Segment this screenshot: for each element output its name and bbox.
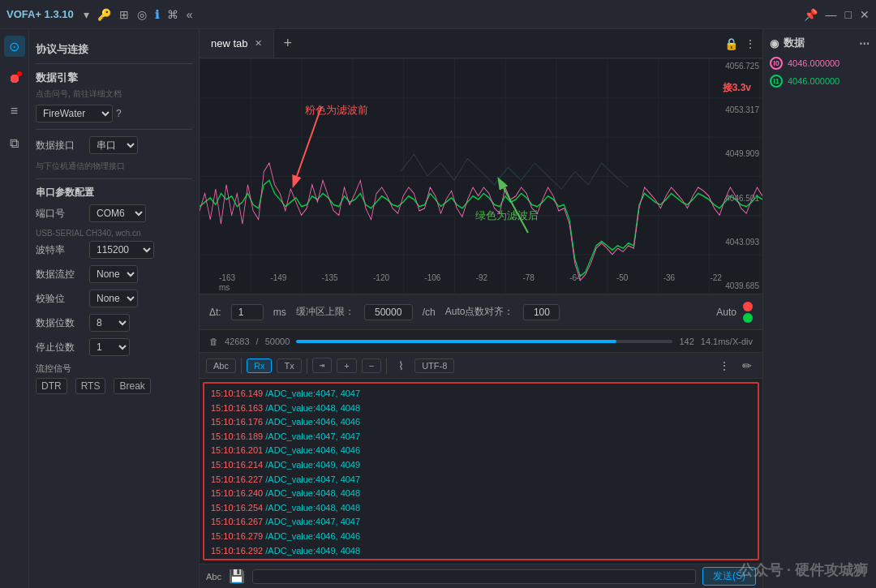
port-row: 端口号 COM6	[36, 204, 192, 222]
more-console-icon[interactable]: ⋮	[715, 359, 733, 372]
data-port-dropdown[interactable]: 串口	[89, 136, 138, 154]
sidebar-icon-list[interactable]: ≡	[4, 101, 25, 122]
console-time: 15:10:16.305	[211, 560, 263, 560]
app-title: VOFA+ 1.3.10	[6, 8, 74, 20]
lock-icon[interactable]: 🔒	[724, 37, 738, 50]
x-label-6: -92	[476, 273, 487, 282]
minimize-icon[interactable]: —	[826, 8, 837, 21]
sidebar-icon-connect[interactable]: ⊙	[4, 36, 25, 57]
console-data: /ADC_value:4048, 4048	[263, 403, 360, 413]
console-data: /ADC_value:4047, 4047	[263, 388, 360, 398]
console-data: /ADC_value:4046, 4046	[263, 445, 360, 455]
controls-bar: Δt: ms 缓冲区上限： /ch Auto点数对齐： Auto	[200, 294, 762, 330]
voltage-annotation: 接3.3v	[723, 81, 751, 95]
minus-button[interactable]: −	[362, 358, 381, 373]
chart-svg	[200, 58, 762, 294]
encoding-button[interactable]: UTF-8	[414, 358, 454, 373]
buffer-label: 缓冲区上限：	[296, 305, 354, 319]
console-line: 15:10:16.227 /ADC_value:4047, 4047	[211, 473, 751, 487]
svg-rect-0	[200, 58, 762, 294]
rts-button[interactable]: RTS	[75, 378, 106, 394]
wave-icon[interactable]: ⌇	[392, 359, 410, 372]
x-label-2: -149	[270, 273, 286, 282]
baud-label: 波特率	[36, 243, 84, 257]
maximize-icon[interactable]: □	[845, 8, 852, 21]
rx-button[interactable]: Rx	[247, 358, 272, 373]
plus-button[interactable]: +	[337, 358, 356, 373]
layout-icon[interactable]: ⊞	[119, 8, 129, 21]
firewater-select-row: FireWater ?	[36, 105, 122, 122]
console-content[interactable]: 15:10:16.149 /ADC_value:4047, 404715:10:…	[203, 382, 759, 560]
progress-fill	[296, 340, 616, 343]
progress-separator: /	[256, 337, 259, 346]
info-icon[interactable]: ℹ	[155, 8, 159, 21]
key-icon[interactable]: 🔑	[97, 8, 111, 21]
i0-label: I0	[773, 59, 779, 67]
help-icon[interactable]: ?	[116, 108, 122, 119]
arrows-icon[interactable]: «	[187, 8, 193, 21]
abc-format-button[interactable]: Abc	[206, 358, 236, 373]
pin-icon[interactable]: 📌	[804, 8, 818, 21]
send-button[interactable]: 发送(S)	[702, 567, 756, 586]
right-panel-more-icon[interactable]: ⋯	[859, 37, 870, 49]
dtr-button[interactable]: DTR	[36, 378, 67, 394]
serial-console: Abc Rx Tx ⇥ + − ⌇ UTF-8 ⋮ ✏ 15:10:16.149…	[200, 353, 762, 588]
progress-pages: 142	[679, 337, 694, 346]
parity-dropdown[interactable]: None	[89, 290, 138, 307]
x-label-9: -50	[616, 273, 628, 282]
title-icons: ▾ 🔑 ⊞ ◎ ℹ ⌘ «	[84, 8, 193, 21]
more-icon[interactable]: ⋮	[745, 37, 756, 50]
close-icon[interactable]: ✕	[860, 8, 870, 21]
sidebar-icon-copy[interactable]: ⧉	[4, 133, 25, 154]
stop-bits-dropdown[interactable]: 1	[89, 338, 130, 356]
toolbar-separator-2	[307, 358, 307, 374]
dropdown-icon[interactable]: ▾	[84, 8, 89, 21]
color-dots	[743, 302, 753, 323]
trash-icon[interactable]: 🗑	[209, 337, 218, 346]
firewater-dropdown[interactable]: FireWater	[36, 105, 113, 122]
console-line: 15:10:16.214 /ADC_value:4049, 4049	[211, 458, 751, 473]
tab-actions: 🔒 ⋮	[724, 37, 762, 50]
data-bits-dropdown[interactable]: 8	[89, 314, 130, 332]
i1-icon[interactable]: I1	[770, 75, 783, 88]
port-dropdown[interactable]: COM6	[89, 204, 146, 222]
pen-icon[interactable]: ✏	[738, 359, 756, 372]
x-label-11: -22	[710, 273, 721, 282]
console-line: 15:10:16.189 /ADC_value:4047, 4047	[211, 430, 751, 444]
tab-label: new tab	[211, 37, 248, 49]
console-line: 15:10:16.163 /ADC_value:4048, 4048	[211, 401, 751, 416]
data-port-row: 数据接口 串口	[36, 136, 192, 154]
channel-i1-row: I1 4046.000000	[770, 75, 870, 88]
channel-i0-row: I0 4046.000000	[770, 57, 870, 70]
console-time: 15:10:16.201	[211, 445, 263, 455]
center-panel: new tab ✕ + 🔒 ⋮	[200, 29, 762, 588]
baud-dropdown[interactable]: 115200	[89, 241, 154, 259]
tab-new-tab[interactable]: new tab ✕	[200, 29, 274, 58]
window-controls: 📌 — □ ✕	[804, 8, 870, 21]
progress-bar: 🗑 42683 / 50000 142 14.1ms/X-div	[200, 330, 762, 353]
auto-button[interactable]: Auto	[716, 307, 736, 318]
y-label-3: 4049.909	[725, 149, 759, 158]
console-input-bar: Abc 💾 发送(S)	[200, 564, 762, 588]
buffer-input[interactable]	[364, 304, 413, 320]
stop-bits-label: 停止位数	[36, 341, 84, 354]
y-label-1: 4056.725	[725, 62, 759, 71]
fingerprint-icon[interactable]: ⌘	[167, 8, 178, 21]
auto-points-input[interactable]	[523, 304, 560, 320]
com-info: USB-SERIAL CH340, wch.cn	[36, 229, 192, 238]
send-input[interactable]	[252, 569, 696, 584]
i0-icon[interactable]: I0	[770, 57, 783, 70]
format-indent-button[interactable]: ⇥	[312, 358, 333, 373]
tab-add-button[interactable]: +	[274, 29, 303, 58]
auto-points-label: Auto点数对齐：	[445, 305, 514, 319]
console-time: 15:10:16.149	[211, 388, 263, 398]
flow-dropdown[interactable]: None	[89, 265, 138, 283]
delta-t-input[interactable]	[231, 304, 264, 320]
tx-button[interactable]: Tx	[277, 358, 301, 373]
target-icon[interactable]: ◎	[137, 8, 147, 21]
sidebar-icon-record[interactable]: ⏺	[4, 68, 25, 89]
tab-close-icon[interactable]: ✕	[255, 38, 262, 49]
data-bits-row: 数据位数 8	[36, 314, 192, 332]
break-button[interactable]: Break	[114, 378, 150, 394]
save-icon[interactable]: 💾	[228, 569, 246, 584]
